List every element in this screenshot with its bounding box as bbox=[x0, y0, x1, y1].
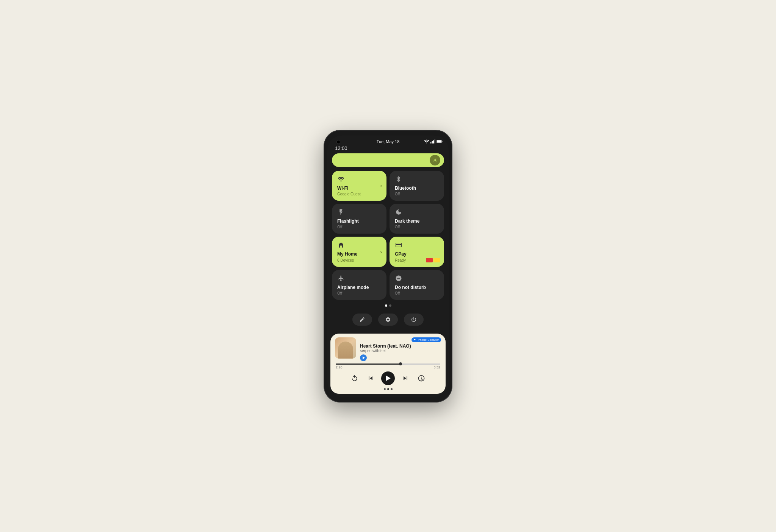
tile-gpay-icon-row bbox=[395, 241, 439, 249]
wifi-tile-subtitle: Google Guest bbox=[337, 192, 381, 196]
airplane-tile-title: Airplane mode bbox=[337, 285, 381, 290]
current-time: 2:20 bbox=[336, 365, 343, 369]
media-info: Phone Speaker Heart Storm (feat. NAO) se… bbox=[360, 337, 441, 361]
tile-airplane[interactable]: Airplane mode Off bbox=[332, 270, 386, 300]
timer-icon: +30 bbox=[418, 374, 425, 382]
bluetooth-tile-title: Bluetooth bbox=[395, 186, 439, 191]
svg-rect-0 bbox=[430, 142, 431, 144]
tile-flashlight[interactable]: Flashlight Off bbox=[332, 204, 386, 234]
power-button[interactable] bbox=[404, 314, 424, 326]
airplane-icon bbox=[337, 275, 345, 282]
media-progress: 2:20 3:32 bbox=[335, 364, 441, 369]
progress-fill bbox=[336, 364, 401, 365]
status-bar: Tue, May 18 bbox=[327, 136, 449, 145]
tile-dnd[interactable]: Do not disturb Off bbox=[390, 270, 444, 300]
skip-back-icon bbox=[367, 374, 374, 382]
bottom-actions bbox=[332, 311, 444, 328]
svg-rect-8 bbox=[396, 244, 402, 245]
dnd-tile-title: Do not disturb bbox=[395, 285, 439, 290]
dark-theme-tile-subtitle: Off bbox=[395, 225, 439, 229]
my-home-tile-subtitle: 6 Devices bbox=[337, 258, 381, 262]
media-artist: serpentwithfeet bbox=[360, 349, 441, 353]
mini-play-button[interactable] bbox=[360, 354, 367, 361]
brightness-fill bbox=[336, 153, 414, 167]
tiles-grid-row1: › Wi-Fi Google Guest Bluetooth bbox=[332, 171, 444, 201]
media-header: Phone Speaker Heart Storm (feat. NAO) se… bbox=[335, 337, 441, 361]
media-dot-2 bbox=[387, 388, 389, 390]
phone-screen: Tue, May 18 bbox=[327, 136, 449, 397]
replay-icon bbox=[351, 374, 358, 382]
tile-bluetooth-icon-row bbox=[395, 175, 439, 183]
edit-icon bbox=[359, 317, 365, 323]
flashlight-tile-title: Flashlight bbox=[337, 218, 381, 224]
media-player: Phone Speaker Heart Storm (feat. NAO) se… bbox=[330, 334, 446, 394]
quick-settings-panel: › Wi-Fi Google Guest Bluetooth bbox=[327, 153, 449, 334]
status-icons bbox=[424, 139, 443, 144]
flashlight-tile-subtitle: Off bbox=[337, 225, 381, 229]
play-button[interactable] bbox=[381, 371, 395, 385]
gpay-tile-title: GPay bbox=[395, 251, 439, 257]
tile-dnd-icon-row bbox=[395, 275, 439, 282]
dot-1 bbox=[385, 304, 387, 307]
home-icon bbox=[337, 241, 345, 249]
timer-button[interactable]: +30 bbox=[416, 373, 427, 384]
tile-dark-theme-icon-row bbox=[395, 208, 439, 216]
tile-my-home[interactable]: › My Home 6 Devices bbox=[332, 237, 386, 267]
album-art-figure bbox=[338, 342, 353, 359]
wifi-icon bbox=[337, 175, 345, 183]
svg-rect-1 bbox=[432, 141, 433, 143]
progress-times: 2:20 3:32 bbox=[336, 365, 440, 369]
speaker-badge: Phone Speaker bbox=[411, 337, 441, 342]
media-song-title: Heart Storm (feat. NAO) bbox=[360, 343, 441, 349]
total-time: 3:32 bbox=[433, 365, 440, 369]
pagination-dots bbox=[332, 303, 444, 308]
power-icon bbox=[411, 317, 417, 323]
svg-rect-3 bbox=[435, 139, 435, 144]
album-art bbox=[335, 337, 356, 359]
svg-rect-2 bbox=[433, 140, 434, 143]
dnd-icon bbox=[395, 275, 402, 282]
media-dot-1 bbox=[384, 388, 386, 390]
tile-wifi-icon-row: › bbox=[337, 175, 381, 183]
wifi-chevron-icon: › bbox=[380, 183, 382, 189]
home-chevron-icon: › bbox=[380, 249, 382, 255]
brightness-slider[interactable] bbox=[332, 153, 444, 167]
replay-button[interactable] bbox=[349, 373, 360, 384]
svg-rect-6 bbox=[437, 140, 441, 142]
tile-flashlight-icon-row bbox=[337, 208, 381, 216]
settings-button[interactable] bbox=[378, 314, 398, 326]
dot-2 bbox=[389, 304, 391, 307]
speaker-icon bbox=[414, 338, 417, 341]
my-home-tile-title: My Home bbox=[337, 251, 381, 257]
media-controls: +30 bbox=[335, 371, 441, 385]
bluetooth-icon bbox=[395, 175, 402, 183]
flashlight-icon bbox=[337, 208, 345, 216]
tiles-grid-row4: Airplane mode Off Do not disturb Off bbox=[332, 270, 444, 300]
skip-forward-button[interactable] bbox=[400, 373, 411, 384]
edit-button[interactable] bbox=[352, 314, 372, 326]
status-time: 12:00 bbox=[327, 145, 449, 153]
tile-airplane-icon-row bbox=[337, 275, 381, 282]
skip-back-button[interactable] bbox=[365, 373, 376, 384]
gpay-icon bbox=[395, 241, 402, 249]
dark-theme-tile-title: Dark theme bbox=[395, 218, 439, 224]
wifi-tile-title: Wi-Fi bbox=[337, 186, 381, 191]
tile-dark-theme[interactable]: Dark theme Off bbox=[390, 204, 444, 234]
media-dot-3 bbox=[391, 388, 393, 390]
signal-status-icon bbox=[430, 139, 435, 144]
gpay-card-icons bbox=[426, 258, 440, 262]
tile-bluetooth[interactable]: Bluetooth Off bbox=[390, 171, 444, 201]
svg-text:+30: +30 bbox=[420, 379, 423, 381]
dark-theme-icon bbox=[395, 208, 402, 216]
phone-device: Tue, May 18 bbox=[324, 130, 452, 403]
battery-status-icon bbox=[436, 139, 443, 144]
tile-wifi[interactable]: › Wi-Fi Google Guest bbox=[332, 171, 386, 201]
airplane-tile-subtitle: Off bbox=[337, 291, 381, 295]
card-yellow bbox=[433, 258, 440, 262]
progress-bar[interactable] bbox=[336, 364, 440, 365]
tile-my-home-icon-row: › bbox=[337, 241, 381, 249]
dnd-tile-subtitle: Off bbox=[395, 291, 439, 295]
brightness-row bbox=[332, 153, 444, 168]
tile-gpay[interactable]: GPay Ready bbox=[390, 237, 444, 267]
brightness-thumb bbox=[430, 155, 440, 165]
